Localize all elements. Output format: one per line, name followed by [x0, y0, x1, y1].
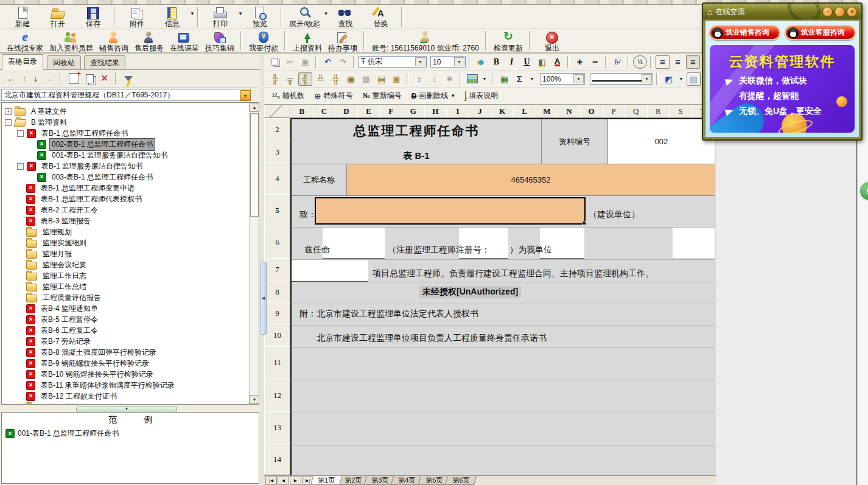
expand-icon[interactable]: + — [5, 108, 12, 115]
tree-item[interactable]: ×表B-4 监理通知单 — [26, 303, 100, 314]
prev-sheet-icon[interactable]: ◀ — [278, 476, 289, 485]
undo-icon[interactable]: ↶ — [321, 55, 335, 69]
dropdown-arrow-icon[interactable]: ▼ — [415, 57, 425, 66]
toolbar-button-检查更新[interactable]: ↻检查更新 — [491, 29, 526, 52]
toolbar-button-打开[interactable]: 打开 — [40, 5, 75, 29]
row-header-7[interactable]: 7 — [264, 258, 290, 281]
doc-number-value-cell[interactable]: 002 — [608, 119, 715, 164]
border-color-dropdown-icon[interactable]: ▼ — [677, 72, 685, 86]
row-header-14[interactable]: 14 — [264, 444, 290, 475]
collapse-icon[interactable]: - — [5, 119, 12, 126]
row-header-12[interactable]: 12 — [264, 379, 290, 412]
image-dropdown-icon[interactable]: ▼ — [480, 72, 489, 86]
line-spacing-increase-icon[interactable]: ↕ — [412, 72, 426, 86]
tree-item[interactable]: ×表B-9 钢筋螺纹接头平行检验记录 — [26, 358, 152, 369]
toolbar-button-销售咨询[interactable]: 销售咨询 — [96, 29, 131, 52]
column-header-N[interactable]: N — [558, 105, 581, 118]
increase-font-icon[interactable]: + — [573, 55, 587, 69]
decrease-font-icon[interactable]: − — [588, 55, 602, 69]
tree-item[interactable]: +A 基建文件 — [5, 106, 69, 117]
move-down-icon[interactable]: ↓ — [33, 74, 38, 83]
minimize-button[interactable]: – — [822, 7, 833, 17]
line-style-select[interactable]: ▼ — [590, 73, 653, 85]
format-button-特殊符号[interactable]: ⊕特殊符号 — [310, 89, 357, 103]
table-calc-icon[interactable]: ▤ — [374, 72, 388, 86]
dropdown-arrow-icon[interactable]: ▼ — [190, 11, 195, 16]
column-header-L[interactable]: L — [513, 105, 536, 118]
split-cells-icon[interactable]: ▦ — [344, 72, 358, 86]
column-header-H[interactable]: H — [424, 105, 447, 118]
fraction-icon[interactable]: ⅓ — [633, 55, 647, 69]
column-header-I[interactable]: I — [446, 105, 469, 118]
table-shading-icon[interactable]: ▩ — [359, 72, 373, 86]
toolbar-button-保存[interactable]: 保存 — [75, 5, 111, 29]
row-header-2[interactable]: 2 — [264, 118, 290, 141]
tree-item[interactable]: 监理工作总结 — [26, 281, 89, 292]
column-header-P[interactable]: P — [602, 105, 625, 118]
line-spacing-decrease-icon[interactable]: ↕ — [427, 72, 441, 86]
insert-row-icon[interactable]: ╦ — [283, 72, 297, 86]
collapse-icon[interactable]: - — [17, 130, 24, 137]
chat-button-筑业销售咨询[interactable]: 筑业销售咨询 — [709, 25, 780, 40]
tree-item[interactable]: 工程质量评估报告 — [26, 292, 103, 303]
tree-item[interactable]: 监理实施细则 — [26, 237, 89, 248]
column-header-D[interactable]: D — [335, 105, 358, 118]
tree-item[interactable]: -B 监理资料 — [5, 117, 69, 128]
tree-item[interactable]: ×表B-8 混凝土强度回弹平行检验记录 — [26, 347, 159, 358]
row-header-6[interactable]: 6 — [264, 226, 290, 259]
new-form-icon[interactable] — [69, 73, 79, 84]
dropdown-arrow-icon[interactable]: ▼ — [573, 74, 584, 83]
toolbar-button-在线课堂[interactable]: 在线课堂 — [167, 29, 202, 52]
ad-banner[interactable]: 云资料管理软件 关联微信，做试块有提醒，超智能无锁、免U盘，更安全 — [710, 45, 855, 133]
dropdown-arrow-icon[interactable]: ▼ — [642, 74, 652, 83]
tree-item[interactable]: ×表B-10 钢筋焊接接头平行检验记录 — [26, 369, 156, 380]
sheet-tab-第6页[interactable]: 第6页 — [444, 476, 476, 485]
copy-icon[interactable] — [268, 55, 282, 69]
align-center-icon[interactable]: ≡ — [686, 55, 700, 69]
sum-dropdown-icon[interactable]: ▼ — [528, 72, 536, 86]
tab-表格目录[interactable]: 表格目录 — [2, 54, 43, 70]
tree-item[interactable]: 监理会议纪要 — [26, 259, 89, 270]
format-button-随机数[interactable]: ¹²₃随机数 — [268, 89, 309, 103]
row-header-3[interactable]: 3 — [264, 141, 290, 163]
cut-icon[interactable]: ✂ — [283, 55, 297, 69]
sheet-tab-第1页[interactable]: 第1页 — [310, 476, 342, 485]
tree-item[interactable]: ×表B-12 工程款支付证书 — [26, 391, 119, 402]
row-header-8[interactable]: 8 — [264, 281, 290, 303]
catalog-select[interactable]: 北京市建筑工程资料管理规程（DB11／T695-2017） — [1, 89, 251, 101]
insert-column-icon[interactable]: ╠ — [268, 72, 282, 86]
lock-cell-icon[interactable]: ▣ — [390, 72, 404, 86]
fill-color-icon[interactable]: ◧ — [535, 55, 549, 69]
column-header-S[interactable]: S — [669, 105, 692, 118]
toolbar-button-在线找专家[interactable]: e在线找专家 — [4, 29, 46, 52]
tree-item[interactable]: ×表B-11 承重砌体砂浆饱满度平行检验记录 — [26, 380, 177, 391]
zoom-select[interactable]: 100%▼ — [540, 73, 585, 85]
project-name-label-cell[interactable]: 工程名称 — [292, 164, 347, 195]
collapse-panel-handle[interactable]: ◀ — [260, 262, 267, 335]
close-button[interactable]: × — [847, 7, 857, 17]
example-item[interactable]: ×001-表B-1 总监理工程师任命书 — [5, 428, 119, 439]
toolbar-button-新建[interactable]: 新建 — [5, 5, 40, 29]
tab-回收站[interactable]: 回收站 — [47, 55, 81, 69]
toolbar-button-退出[interactable]: ×退出 — [534, 29, 570, 52]
scrollbar-thumb[interactable] — [250, 113, 259, 217]
toolbar-button-替换[interactable]: A替换 — [363, 5, 398, 29]
doc-title-cell[interactable]: 总监理工程师任命书 表 B-1 — [292, 119, 542, 164]
tree-item[interactable]: ×表B-7 旁站记录 — [26, 336, 93, 347]
column-header-G[interactable]: G — [402, 105, 425, 118]
toolbar-button-信息[interactable]: 信息▼ — [155, 5, 194, 29]
tree-item[interactable]: 监理规划 — [26, 226, 74, 237]
row-header-11[interactable]: 11 — [264, 346, 290, 379]
tree-item[interactable]: ×表B-2 工程开工令 — [26, 204, 100, 215]
column-header-B[interactable]: B — [290, 105, 313, 118]
scroll-down-icon[interactable]: ▼ — [250, 395, 259, 404]
tree-item[interactable]: ×001-表B-1 监理服务廉洁自律告知书 — [37, 150, 170, 161]
paste-icon[interactable]: ▣ — [298, 55, 312, 69]
column-header-F[interactable]: F — [379, 105, 402, 118]
clear-format-icon[interactable]: ✱ — [443, 72, 457, 86]
column-header-J[interactable]: J — [469, 105, 492, 118]
tree-item[interactable]: 监理月报 — [26, 248, 74, 259]
format-button-画删除线[interactable]: Đ画删除线▼ — [407, 89, 460, 103]
dropdown-arrow-icon[interactable]: ▼ — [454, 57, 464, 66]
doc-number-label-cell[interactable]: 资料编号 — [542, 119, 608, 164]
